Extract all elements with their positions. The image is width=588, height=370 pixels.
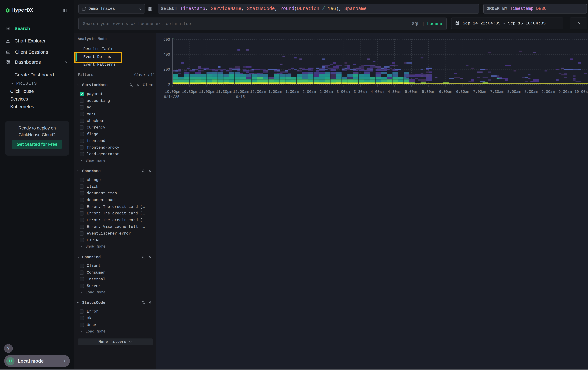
svg-text:2:00am: 2:00am xyxy=(303,90,316,94)
svg-text:6:30am: 6:30am xyxy=(456,90,470,94)
svg-text:7:30am: 7:30am xyxy=(490,90,504,94)
svg-text:10:00am: 10:00am xyxy=(575,90,588,94)
svg-text:12:00am: 12:00am xyxy=(233,90,249,94)
svg-text:3:30am: 3:30am xyxy=(354,90,367,94)
svg-text:9:00am: 9:00am xyxy=(541,90,555,94)
svg-text:9:30am: 9:30am xyxy=(558,90,572,94)
svg-text:4:00am: 4:00am xyxy=(371,90,384,94)
svg-text:8:00am: 8:00am xyxy=(507,90,521,94)
svg-text:12:30am: 12:30am xyxy=(250,90,266,94)
svg-text:11:30pm: 11:30pm xyxy=(216,90,232,94)
svg-text:400: 400 xyxy=(163,53,170,57)
svg-text:1:30am: 1:30am xyxy=(285,90,299,94)
svg-text:3:00am: 3:00am xyxy=(337,90,350,94)
svg-text:5:30am: 5:30am xyxy=(422,90,435,94)
svg-text:0: 0 xyxy=(168,82,170,87)
svg-text:10:00pm: 10:00pm xyxy=(165,90,180,94)
svg-text:11:00pm: 11:00pm xyxy=(199,90,215,94)
svg-text:8:30am: 8:30am xyxy=(525,90,538,94)
svg-text:1:00am: 1:00am xyxy=(268,90,282,94)
svg-text:600: 600 xyxy=(163,38,170,42)
svg-text:9/15: 9/15 xyxy=(236,95,245,99)
svg-text:7:00am: 7:00am xyxy=(473,90,487,94)
svg-text:9/14/25: 9/14/25 xyxy=(164,95,179,99)
svg-text:2:30am: 2:30am xyxy=(320,90,333,94)
svg-text:5:00am: 5:00am xyxy=(405,90,418,94)
svg-text:4:30am: 4:30am xyxy=(388,90,401,94)
svg-text:6:00am: 6:00am xyxy=(439,90,452,94)
svg-text:10:30pm: 10:30pm xyxy=(182,90,198,94)
svg-text:200: 200 xyxy=(163,68,170,72)
